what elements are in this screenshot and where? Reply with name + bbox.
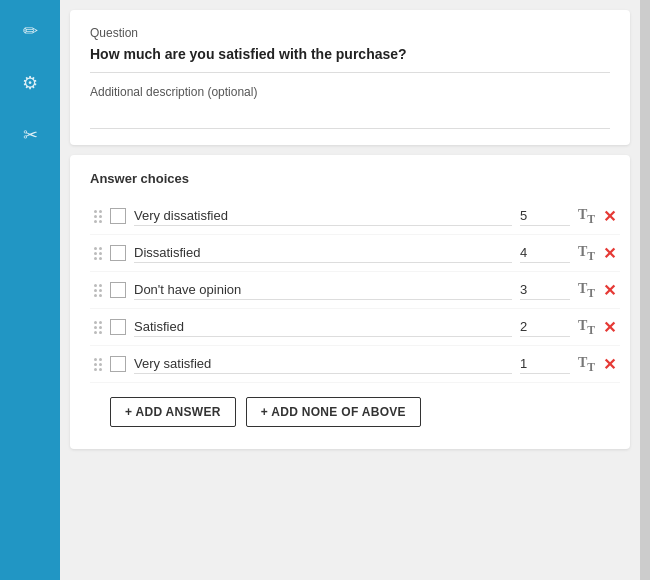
answer-checkbox-4[interactable] bbox=[110, 356, 126, 372]
drag-handle-1[interactable] bbox=[94, 247, 102, 260]
answer-row: TT ✕ bbox=[90, 346, 620, 383]
format-icon-3[interactable]: TT bbox=[578, 318, 595, 337]
answer-number-input-4[interactable] bbox=[520, 354, 570, 374]
delete-icon-2[interactable]: ✕ bbox=[603, 281, 616, 300]
add-answer-button[interactable]: + ADD ANSWER bbox=[110, 397, 236, 427]
add-none-button[interactable]: + ADD NONE OF ABOVE bbox=[246, 397, 421, 427]
answer-choices-card: Answer choices TT ✕ bbox=[70, 155, 630, 449]
action-buttons: + ADD ANSWER + ADD NONE OF ABOVE bbox=[90, 383, 620, 433]
question-label: Question bbox=[90, 26, 610, 40]
edit-icon[interactable]: ✏ bbox=[23, 20, 38, 42]
delete-icon-1[interactable]: ✕ bbox=[603, 244, 616, 263]
answer-number-input-0[interactable] bbox=[520, 206, 570, 226]
format-icon-1[interactable]: TT bbox=[578, 244, 595, 263]
sidebar: ✏ ⚙ ✂ bbox=[0, 0, 60, 580]
answer-checkbox-0[interactable] bbox=[110, 208, 126, 224]
description-label: Additional description (optional) bbox=[90, 85, 610, 99]
answer-checkbox-1[interactable] bbox=[110, 245, 126, 261]
delete-icon-4[interactable]: ✕ bbox=[603, 355, 616, 374]
delete-icon-0[interactable]: ✕ bbox=[603, 207, 616, 226]
answer-row: TT ✕ bbox=[90, 235, 620, 272]
delete-icon-3[interactable]: ✕ bbox=[603, 318, 616, 337]
answer-row: TT ✕ bbox=[90, 309, 620, 346]
scrollbar[interactable] bbox=[640, 0, 650, 580]
tools-icon[interactable]: ✂ bbox=[23, 124, 38, 146]
answer-number-input-3[interactable] bbox=[520, 317, 570, 337]
answer-row: TT ✕ bbox=[90, 272, 620, 309]
question-text: How much are you satisfied with the purc… bbox=[90, 46, 610, 73]
question-card: Question How much are you satisfied with… bbox=[70, 10, 630, 145]
answer-text-input-4[interactable] bbox=[134, 354, 512, 374]
format-icon-0[interactable]: TT bbox=[578, 207, 595, 226]
answer-text-input-3[interactable] bbox=[134, 317, 512, 337]
answer-checkbox-3[interactable] bbox=[110, 319, 126, 335]
answer-number-input-1[interactable] bbox=[520, 243, 570, 263]
drag-handle-0[interactable] bbox=[94, 210, 102, 223]
answer-checkbox-2[interactable] bbox=[110, 282, 126, 298]
format-icon-4[interactable]: TT bbox=[578, 355, 595, 374]
answer-choices-title: Answer choices bbox=[90, 171, 620, 186]
answer-text-input-2[interactable] bbox=[134, 280, 512, 300]
main-content: Question How much are you satisfied with… bbox=[60, 0, 640, 580]
drag-handle-3[interactable] bbox=[94, 321, 102, 334]
format-icon-2[interactable]: TT bbox=[578, 281, 595, 300]
settings-icon[interactable]: ⚙ bbox=[22, 72, 38, 94]
answer-text-input-0[interactable] bbox=[134, 206, 512, 226]
description-input[interactable] bbox=[90, 105, 610, 129]
drag-handle-2[interactable] bbox=[94, 284, 102, 297]
drag-handle-4[interactable] bbox=[94, 358, 102, 371]
answer-row: TT ✕ bbox=[90, 198, 620, 235]
answer-number-input-2[interactable] bbox=[520, 280, 570, 300]
answer-text-input-1[interactable] bbox=[134, 243, 512, 263]
answer-rows-container: TT ✕ TT ✕ bbox=[90, 198, 620, 383]
